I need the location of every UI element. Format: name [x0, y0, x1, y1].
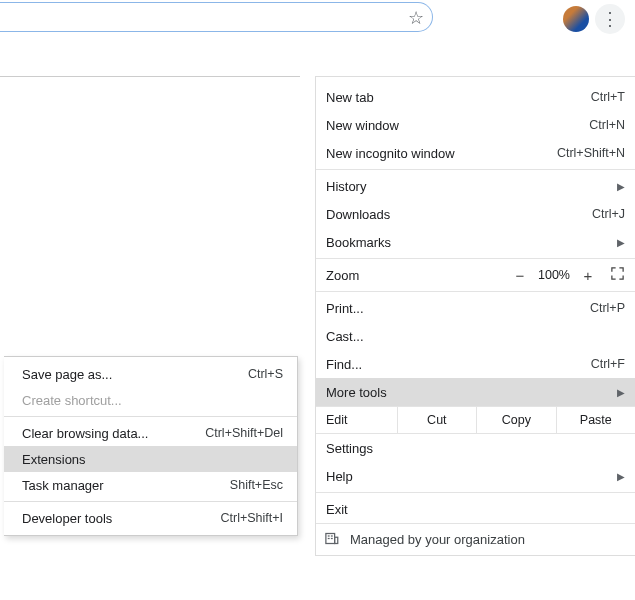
menu-label: New window	[326, 118, 553, 133]
menu-find[interactable]: Find... Ctrl+F	[316, 350, 635, 378]
menu-label: New tab	[326, 90, 553, 105]
submenu-save-page[interactable]: Save page as... Ctrl+S	[4, 361, 297, 387]
menu-label: Cast...	[326, 329, 625, 344]
menu-bookmarks[interactable]: Bookmarks ▶	[316, 228, 635, 256]
edit-cut-button[interactable]: Cut	[397, 407, 476, 433]
menu-cast[interactable]: Cast...	[316, 322, 635, 350]
submenu-label: Clear browsing data...	[22, 426, 205, 441]
submenu-clear-browsing-data[interactable]: Clear browsing data... Ctrl+Shift+Del	[4, 420, 297, 446]
fullscreen-icon[interactable]	[601, 266, 625, 284]
submenu-label: Save page as...	[22, 367, 248, 382]
more-tools-submenu: Save page as... Ctrl+S Create shortcut..…	[4, 356, 298, 536]
address-bar[interactable]	[0, 2, 433, 32]
toolbar-divider	[0, 76, 300, 77]
menu-shortcut: Ctrl+N	[553, 118, 625, 132]
menu-shortcut: Ctrl+F	[553, 357, 625, 371]
menu-edit-row: Edit Cut Copy Paste	[316, 406, 635, 434]
menu-exit[interactable]: Exit	[316, 495, 635, 523]
menu-label: Print...	[326, 301, 553, 316]
submenu-shortcut: Shift+Esc	[230, 478, 283, 492]
profile-avatar[interactable]	[563, 6, 589, 32]
menu-zoom: Zoom − 100% +	[316, 261, 635, 289]
zoom-out-button[interactable]: −	[507, 267, 533, 284]
zoom-value: 100%	[533, 268, 575, 282]
svg-rect-2	[331, 535, 333, 536]
menu-more-tools[interactable]: More tools ▶	[316, 378, 635, 406]
chevron-right-icon: ▶	[615, 181, 625, 192]
submenu-separator	[4, 416, 297, 417]
menu-label: Help	[326, 469, 609, 484]
menu-new-window[interactable]: New window Ctrl+N	[316, 111, 635, 139]
menu-separator	[316, 258, 635, 259]
menu-incognito[interactable]: New incognito window Ctrl+Shift+N	[316, 139, 635, 167]
submenu-shortcut: Ctrl+Shift+I	[220, 511, 283, 525]
menu-separator	[316, 291, 635, 292]
menu-label: Downloads	[326, 207, 553, 222]
organization-icon	[324, 531, 342, 549]
menu-shortcut: Ctrl+P	[553, 301, 625, 315]
submenu-label: Task manager	[22, 478, 230, 493]
svg-rect-0	[326, 533, 335, 543]
menu-label: Exit	[326, 502, 625, 517]
menu-print[interactable]: Print... Ctrl+P	[316, 294, 635, 322]
main-menu: New tab Ctrl+T New window Ctrl+N New inc…	[315, 76, 635, 556]
chevron-right-icon: ▶	[615, 237, 625, 248]
chevron-right-icon: ▶	[615, 471, 625, 482]
submenu-developer-tools[interactable]: Developer tools Ctrl+Shift+I	[4, 505, 297, 531]
chevron-right-icon: ▶	[615, 387, 625, 398]
submenu-extensions[interactable]: Extensions	[4, 446, 297, 472]
kebab-menu-icon[interactable]: ⋮	[595, 4, 625, 34]
submenu-label: Create shortcut...	[22, 393, 283, 408]
menu-help[interactable]: Help ▶	[316, 462, 635, 490]
menu-label: Find...	[326, 357, 553, 372]
submenu-task-manager[interactable]: Task manager Shift+Esc	[4, 472, 297, 498]
edit-paste-button[interactable]: Paste	[556, 407, 635, 433]
menu-new-tab[interactable]: New tab Ctrl+T	[316, 83, 635, 111]
menu-shortcut: Ctrl+T	[553, 90, 625, 104]
svg-rect-1	[328, 535, 330, 536]
menu-separator	[316, 492, 635, 493]
menu-managed[interactable]: Managed by your organization	[316, 523, 635, 555]
svg-rect-5	[335, 537, 338, 543]
menu-edit-label: Edit	[316, 407, 397, 433]
zoom-in-button[interactable]: +	[575, 267, 601, 284]
menu-label: History	[326, 179, 537, 194]
menu-label: Bookmarks	[326, 235, 537, 250]
bookmark-star-icon[interactable]: ☆	[406, 8, 426, 28]
menu-settings[interactable]: Settings	[316, 434, 635, 462]
menu-label: Zoom	[326, 268, 507, 283]
edit-copy-button[interactable]: Copy	[476, 407, 555, 433]
menu-history[interactable]: History ▶	[316, 172, 635, 200]
menu-shortcut: Ctrl+J	[553, 207, 625, 221]
submenu-shortcut: Ctrl+S	[248, 367, 283, 381]
svg-rect-4	[331, 537, 333, 538]
submenu-separator	[4, 501, 297, 502]
menu-separator	[316, 169, 635, 170]
svg-rect-3	[328, 537, 330, 538]
menu-label: More tools	[326, 385, 609, 400]
submenu-shortcut: Ctrl+Shift+Del	[205, 426, 283, 440]
submenu-label: Developer tools	[22, 511, 220, 526]
menu-downloads[interactable]: Downloads Ctrl+J	[316, 200, 635, 228]
menu-label: Managed by your organization	[350, 532, 525, 547]
menu-label: Settings	[326, 441, 625, 456]
menu-shortcut: Ctrl+Shift+N	[553, 146, 625, 160]
submenu-create-shortcut: Create shortcut...	[4, 387, 297, 413]
submenu-label: Extensions	[22, 452, 283, 467]
menu-label: New incognito window	[326, 146, 553, 161]
